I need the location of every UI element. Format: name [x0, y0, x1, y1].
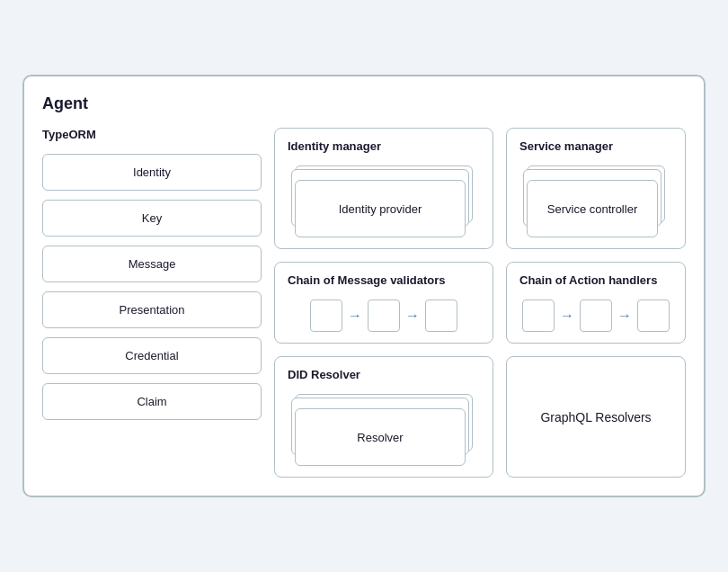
chain-action-boxes: → →: [522, 299, 670, 332]
agent-container: Agent Identity manager Identity provider…: [22, 75, 706, 497]
graphql-panel: GraphQL Resolvers: [506, 356, 686, 478]
did-resolver-title: DID Resolver: [288, 368, 480, 381]
chain-action-box-1: [522, 299, 555, 332]
chain-action-panel: Chain of Action handlers → →: [506, 262, 686, 344]
chain-message-content: → →: [288, 299, 480, 332]
identity-card-front[interactable]: Identity provider: [295, 180, 466, 237]
chain-message-arrow-1: →: [348, 308, 362, 324]
typeorm-presentation[interactable]: Presentation: [42, 291, 262, 328]
typeorm-message[interactable]: Message: [42, 246, 262, 282]
chain-action-content: → →: [519, 299, 672, 332]
service-manager-panel: Service manager Service controller: [506, 128, 686, 249]
chain-action-arrow-2: →: [617, 308, 632, 324]
typeorm-identity[interactable]: Identity: [42, 154, 262, 191]
chain-message-arrow-2: →: [405, 308, 420, 324]
service-card-front[interactable]: Service controller: [527, 180, 658, 237]
graphql-title: GraphQL Resolvers: [540, 410, 651, 425]
resolver-label: Resolver: [357, 431, 403, 444]
service-controller-label: Service controller: [547, 202, 637, 216]
chain-message-title: Chain of Message validators: [288, 273, 480, 287]
agent-title: Agent: [42, 94, 686, 113]
did-stacked-wrapper: Resolver: [288, 394, 480, 466]
chain-message-box-1: [310, 299, 342, 332]
chain-message-box-2: [368, 299, 400, 332]
typeorm-panel: TypeORM Identity Key Message Presentatio…: [42, 128, 262, 478]
typeorm-claim[interactable]: Claim: [42, 383, 262, 420]
main-grid: Identity manager Identity provider Servi…: [42, 128, 686, 478]
service-stacked-wrapper: Service controller: [519, 165, 672, 237]
typeorm-credential[interactable]: Credential: [42, 337, 262, 374]
chain-message-panel: Chain of Message validators → →: [274, 262, 493, 344]
identity-manager-panel: Identity manager Identity provider: [274, 128, 493, 249]
identity-provider-label: Identity provider: [339, 202, 422, 216]
chain-action-title: Chain of Action handlers: [519, 273, 672, 287]
typeorm-title: TypeORM: [42, 128, 262, 141]
identity-manager-title: Identity manager: [288, 139, 480, 153]
service-manager-title: Service manager: [519, 139, 672, 153]
chain-message-box-3: [425, 299, 457, 332]
did-resolver-panel: DID Resolver Resolver: [274, 356, 493, 478]
identity-stacked-wrapper: Identity provider: [288, 165, 480, 237]
chain-message-boxes: → →: [310, 299, 457, 332]
chain-action-box-3: [637, 299, 670, 332]
chain-action-arrow-1: →: [560, 308, 574, 324]
typeorm-key[interactable]: Key: [42, 200, 262, 237]
did-card-front[interactable]: Resolver: [295, 408, 466, 466]
chain-action-box-2: [580, 299, 612, 332]
